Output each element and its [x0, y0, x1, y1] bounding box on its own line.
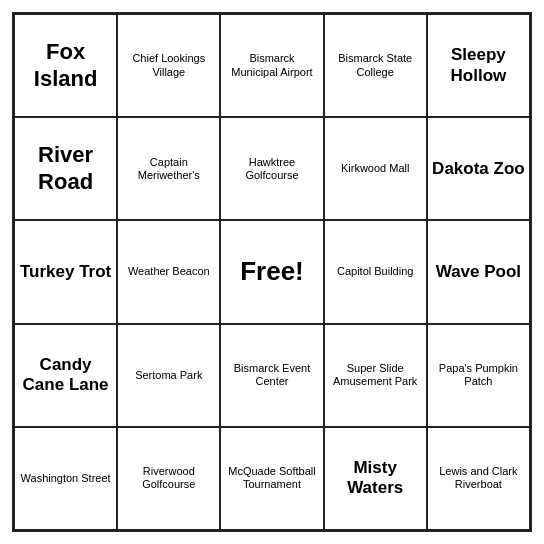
cell-label-21: Riverwood Golfcourse [122, 465, 215, 491]
bingo-cell-24: Lewis and Clark Riverboat [427, 427, 530, 530]
bingo-cell-21: Riverwood Golfcourse [117, 427, 220, 530]
bingo-cell-8: Kirkwood Mall [324, 117, 427, 220]
cell-label-5: River Road [19, 142, 112, 195]
cell-label-15: Candy Cane Lane [19, 355, 112, 396]
cell-label-0: Fox Island [19, 39, 112, 92]
cell-label-19: Papa's Pumpkin Patch [432, 362, 525, 388]
cell-label-7: Hawktree Golfcourse [225, 156, 318, 182]
bingo-cell-16: Sertoma Park [117, 324, 220, 427]
bingo-cell-6: Captain Meriwether's [117, 117, 220, 220]
cell-label-16: Sertoma Park [135, 369, 202, 382]
bingo-cell-13: Capitol Building [324, 220, 427, 323]
bingo-cell-9: Dakota Zoo [427, 117, 530, 220]
bingo-cell-17: Bismarck Event Center [220, 324, 323, 427]
cell-label-1: Chief Lookings Village [122, 52, 215, 78]
cell-label-17: Bismarck Event Center [225, 362, 318, 388]
bingo-cell-11: Weather Beacon [117, 220, 220, 323]
cell-label-4: Sleepy Hollow [432, 45, 525, 86]
cell-label-10: Turkey Trot [20, 262, 111, 282]
cell-label-3: Bismarck State College [329, 52, 422, 78]
bingo-cell-23: Misty Waters [324, 427, 427, 530]
bingo-cell-2: Bismarck Municipal Airport [220, 14, 323, 117]
cell-label-24: Lewis and Clark Riverboat [432, 465, 525, 491]
bingo-cell-10: Turkey Trot [14, 220, 117, 323]
cell-label-11: Weather Beacon [128, 265, 210, 278]
bingo-cell-22: McQuade Softball Tournament [220, 427, 323, 530]
cell-label-2: Bismarck Municipal Airport [225, 52, 318, 78]
bingo-cell-19: Papa's Pumpkin Patch [427, 324, 530, 427]
bingo-cell-20: Washington Street [14, 427, 117, 530]
cell-label-12: Free! [240, 256, 304, 287]
cell-label-18: Super Slide Amusement Park [329, 362, 422, 388]
bingo-cell-15: Candy Cane Lane [14, 324, 117, 427]
cell-label-22: McQuade Softball Tournament [225, 465, 318, 491]
bingo-cell-7: Hawktree Golfcourse [220, 117, 323, 220]
cell-label-9: Dakota Zoo [432, 159, 525, 179]
bingo-cell-3: Bismarck State College [324, 14, 427, 117]
cell-label-20: Washington Street [21, 472, 111, 485]
cell-label-23: Misty Waters [329, 458, 422, 499]
cell-label-14: Wave Pool [436, 262, 521, 282]
bingo-cell-1: Chief Lookings Village [117, 14, 220, 117]
bingo-cell-5: River Road [14, 117, 117, 220]
cell-label-13: Capitol Building [337, 265, 413, 278]
bingo-cell-4: Sleepy Hollow [427, 14, 530, 117]
bingo-card: Fox IslandChief Lookings VillageBismarck… [12, 12, 532, 532]
cell-label-6: Captain Meriwether's [122, 156, 215, 182]
bingo-cell-12: Free! [220, 220, 323, 323]
bingo-cell-0: Fox Island [14, 14, 117, 117]
bingo-cell-18: Super Slide Amusement Park [324, 324, 427, 427]
bingo-cell-14: Wave Pool [427, 220, 530, 323]
cell-label-8: Kirkwood Mall [341, 162, 409, 175]
